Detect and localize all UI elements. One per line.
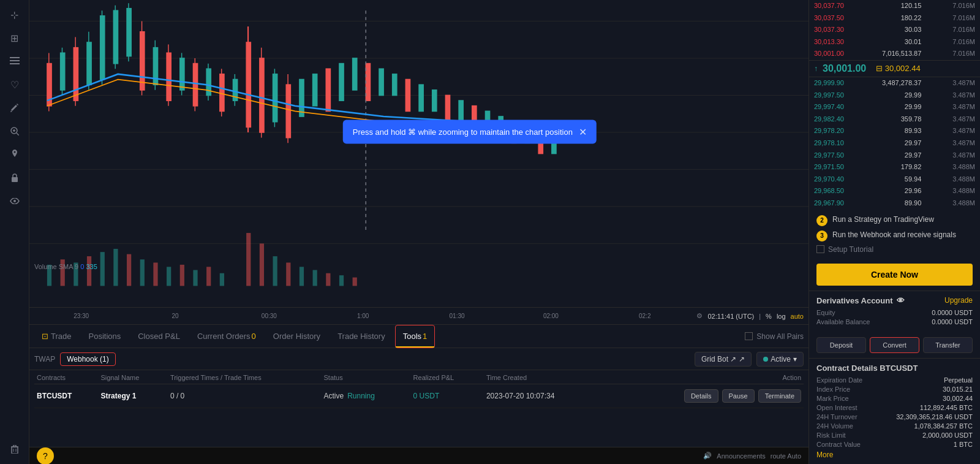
chart-area[interactable]: TV Volume SMA 9 0 335 Press and hold ⌘ w… bbox=[29, 0, 809, 307]
mid-price-green: 30,001.00 bbox=[823, 63, 866, 74]
terminate-button[interactable]: Terminate bbox=[758, 389, 801, 403]
contract-details-title: Contract Details BTCUSDT bbox=[816, 363, 973, 373]
bottom-footer: ? 🔊 Announcements route Auto bbox=[29, 447, 809, 464]
left-sidebar: ⊹ ⊞ ♡ bbox=[0, 0, 29, 464]
footer-right: 🔊 Announcements route Auto bbox=[703, 452, 801, 460]
ob-buy-row-3: 29,997.40 29.99 3.487M bbox=[809, 101, 980, 113]
create-now-button[interactable]: Create Now bbox=[816, 264, 973, 286]
active-dropdown[interactable]: Active ▾ bbox=[756, 352, 804, 367]
grid-bot-button[interactable]: Grid Bot ↗ ↗ bbox=[695, 352, 752, 367]
pin-icon[interactable] bbox=[5, 145, 24, 164]
announcements-icon: 🔊 bbox=[703, 452, 712, 460]
derivatives-title: Derivatives Account 👁 bbox=[816, 296, 905, 305]
status-active: Active bbox=[323, 392, 344, 400]
tab-trade[interactable]: ⊡ Trade bbox=[34, 325, 78, 348]
tab-tools[interactable]: Tools1 bbox=[395, 325, 435, 348]
tab-positions[interactable]: Positions bbox=[81, 325, 128, 348]
step-3-row: 3 Run the Webhook and receive signals bbox=[816, 230, 973, 242]
time-label-5: 01:30 bbox=[410, 313, 503, 319]
show-all-checkbox[interactable] bbox=[745, 332, 753, 340]
svg-rect-97 bbox=[273, 256, 277, 286]
tab-closed-pl[interactable]: Closed P&L bbox=[130, 325, 187, 348]
table-container: Contracts Signal Name Triggered Times / … bbox=[29, 370, 809, 447]
chart-tooltip: Press and hold ⌘ while zooming to mainta… bbox=[343, 120, 597, 144]
tab-bar: ⊡ Trade Positions Closed P&L Current Ord… bbox=[29, 325, 809, 348]
svg-rect-72 bbox=[459, 101, 463, 122]
time-label-7: 02:2 bbox=[598, 313, 692, 319]
nodes-icon[interactable]: ⊞ bbox=[5, 28, 24, 48]
svg-rect-26 bbox=[127, 9, 131, 56]
setup-tutorial-checkbox[interactable] bbox=[816, 245, 824, 253]
col-action: Action bbox=[609, 370, 804, 384]
settings-icon[interactable]: ⚙ bbox=[696, 312, 703, 320]
tab-current-orders[interactable]: Current Orders0 bbox=[190, 325, 263, 348]
more-link[interactable]: More bbox=[816, 451, 973, 459]
time-axis: 23:30 20 00:30 1:00 01:30 02:00 02:2 ⚙ 0… bbox=[29, 307, 809, 324]
svg-rect-64 bbox=[353, 58, 357, 90]
cell-triggered: 0 / 0 bbox=[168, 384, 322, 408]
svg-point-7 bbox=[13, 151, 15, 153]
ob-sell-row-1: 30,037.70 120.15 7.016M bbox=[809, 0, 980, 12]
ob-sell-row-4: 30,013.30 30.01 7.016M bbox=[809, 36, 980, 48]
transfer-button[interactable]: Transfer bbox=[923, 337, 973, 353]
layers-icon[interactable] bbox=[5, 51, 24, 71]
percent-toggle[interactable]: % bbox=[766, 313, 772, 320]
upgrade-link[interactable]: Upgrade bbox=[944, 296, 973, 305]
step-3-text: Run the Webhook and receive signals bbox=[832, 230, 956, 240]
cell-contract: BTCUSDT bbox=[34, 384, 98, 408]
auto-toggle[interactable]: auto bbox=[791, 313, 804, 320]
eye-icon[interactable] bbox=[5, 191, 24, 211]
pencil-icon[interactable] bbox=[5, 98, 24, 118]
svg-rect-85 bbox=[100, 252, 105, 286]
svg-rect-96 bbox=[260, 243, 264, 286]
show-all-pairs[interactable]: Show All Pairs bbox=[745, 332, 804, 341]
step-3-num: 3 bbox=[816, 230, 827, 242]
svg-rect-100 bbox=[313, 270, 317, 286]
heart-icon[interactable]: ♡ bbox=[5, 75, 24, 94]
step-2-num: 2 bbox=[816, 215, 827, 226]
main-content: TV Volume SMA 9 0 335 Press and hold ⌘ w… bbox=[29, 0, 809, 464]
svg-rect-89 bbox=[153, 262, 157, 286]
svg-rect-10 bbox=[12, 447, 18, 454]
chevron-down-icon: ▾ bbox=[793, 355, 797, 363]
svg-rect-90 bbox=[167, 267, 171, 286]
ob-buy-row-6: 29,978.10 29.97 3.487M bbox=[809, 137, 980, 150]
time-label-3: 00:30 bbox=[222, 313, 316, 319]
equity-value: 0.0000 USDT bbox=[932, 309, 973, 316]
action-row: Deposit Convert Transfer bbox=[816, 337, 973, 353]
price-arrow: ↑ bbox=[814, 64, 818, 73]
details-button[interactable]: Details bbox=[684, 389, 718, 403]
lock-icon[interactable] bbox=[5, 168, 24, 188]
tab-order-history[interactable]: Order History bbox=[266, 325, 328, 348]
ob-buy-row-11: 29,967.90 89.90 3.488M bbox=[809, 197, 980, 210]
convert-button[interactable]: Convert bbox=[870, 337, 919, 353]
deposit-button[interactable]: Deposit bbox=[816, 337, 866, 353]
cursor-icon[interactable]: ⊹ bbox=[5, 5, 24, 25]
cell-pnl: 0 USDT bbox=[411, 384, 484, 408]
trash-icon[interactable] bbox=[5, 439, 24, 459]
svg-rect-103 bbox=[353, 278, 357, 286]
svg-rect-1 bbox=[10, 60, 20, 61]
webhook-button[interactable]: Webhook (1) bbox=[60, 352, 115, 366]
setup-tutorial-row[interactable]: Setup Tutorial bbox=[816, 245, 973, 254]
footer-left: ? bbox=[37, 447, 54, 465]
svg-rect-84 bbox=[87, 256, 91, 286]
contract-row-expiry: Expiration Date Perpetual bbox=[816, 376, 973, 384]
time-utc: 02:11:41 (UTC) bbox=[707, 313, 754, 320]
time-label-6: 02:00 bbox=[504, 313, 598, 319]
arrow-icon: ↗ bbox=[739, 355, 745, 363]
balance-label: Available Balance bbox=[816, 318, 870, 325]
svg-rect-63 bbox=[339, 64, 344, 101]
route-label[interactable]: route Auto bbox=[771, 452, 801, 460]
log-toggle[interactable]: log bbox=[777, 313, 786, 320]
pause-button[interactable]: Pause bbox=[722, 389, 755, 403]
tooltip-close[interactable]: ✕ bbox=[579, 126, 587, 138]
tab-trade-history[interactable]: Trade History bbox=[330, 325, 393, 348]
svg-rect-12 bbox=[13, 445, 16, 447]
zoom-icon[interactable] bbox=[5, 121, 24, 141]
ob-buy-row-8: 29,971.50 179.82 3.488M bbox=[809, 161, 980, 173]
support-icon[interactable]: ? bbox=[37, 447, 54, 465]
eye-icon[interactable]: 👁 bbox=[897, 296, 905, 305]
time-labels: 23:30 20 00:30 1:00 01:30 02:00 02:2 bbox=[34, 313, 692, 319]
announcements-label[interactable]: Announcements bbox=[717, 452, 766, 460]
